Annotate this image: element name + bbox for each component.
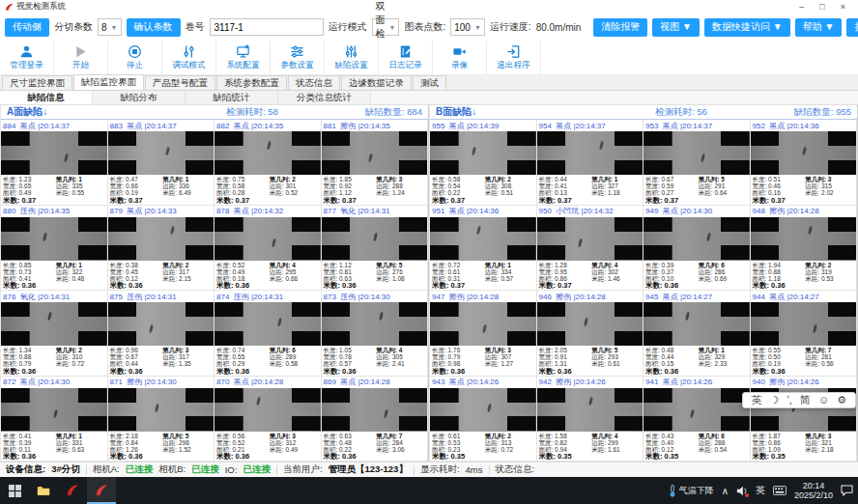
ime-punctuation-toggle[interactable]: ’, <box>786 393 792 407</box>
system-config-button[interactable]: 系统配置 <box>216 41 271 74</box>
tab-test[interactable]: 测试 <box>413 75 446 90</box>
defect-cell[interactable]: 873 压伤 |20:14:30 长度: 1.05 宽度: 0.78 面积: 0… <box>322 291 429 377</box>
debug-mode-button[interactable]: 调试模式 <box>162 41 216 74</box>
defect-cell[interactable]: 945 黑点 |20:14:27 长度: 0.48 宽度: 0.44 面积: 0… <box>644 291 751 377</box>
defect-cell[interactable]: 942 擦伤 |20:14:26 长度: 1.58 宽度: 0.82 面积: 0… <box>537 377 644 462</box>
subtab-defect-info[interactable]: 缺陷信息 <box>0 91 93 104</box>
param-settings-button[interactable]: 参数设置 <box>271 41 325 74</box>
defect-cell[interactable]: 946 擦伤 |20:14:28 长度: 2.05 宽度: 0.91 面积: 1… <box>537 291 644 377</box>
defect-cell[interactable]: 884 黑点 |20:14:37 长度: 1.23 宽度: 0.65 面积: 0… <box>1 120 108 206</box>
tab-system-params[interactable]: 系统参数配置 <box>216 75 287 90</box>
ime-settings-icon[interactable]: ⚙ <box>837 393 846 407</box>
defect-cell[interactable]: 949 黑点 |20:14:30 长度: 0.39 宽度: 0.37 面积: 0… <box>644 206 751 292</box>
minimize-button[interactable]: – <box>799 2 804 12</box>
ime-indicator[interactable]: 英 <box>756 484 765 497</box>
action-center-icon[interactable] <box>841 485 853 496</box>
defect-cell-header: 952 黑点 |20:14:36 <box>751 120 857 131</box>
ime-lang-toggle[interactable]: 英 <box>752 393 762 407</box>
tab-product-config[interactable]: 产品型号配置 <box>145 75 215 90</box>
defect-cell[interactable]: 954 黑点 |20:14:37 长度: 0.44 宽度: 0.41 面积: 0… <box>537 120 644 206</box>
subtab-class-stats[interactable]: 分类信息统计 <box>278 91 371 104</box>
taskbar-clock[interactable]: 20:14 2025/2/10 <box>794 481 833 500</box>
defect-cell[interactable]: 952 黑点 |20:14:36 长度: 0.51 宽度: 0.46 面积: 0… <box>751 120 858 206</box>
defect-cell[interactable]: 947 擦伤 |20:14:28 长度: 1.76 宽度: 0.79 面积: 0… <box>430 291 537 377</box>
defect-cell[interactable]: 955 黑点 |20:14:39 长度: 0.58 宽度: 0.54 面积: 0… <box>430 120 537 206</box>
defect-cell[interactable]: 941 黑点 |20:14:26 长度: 0.43 宽度: 0.40 面积: 0… <box>644 377 751 462</box>
defect-cell[interactable]: 876 氧化 |20:14:31 长度: 1.34 宽度: 0.88 面积: 0… <box>1 291 108 377</box>
ime-moon-icon[interactable]: ☽ <box>770 393 780 407</box>
subtab-defect-distribution[interactable]: 缺陷分布 <box>93 91 186 104</box>
defect-cell[interactable]: 875 压伤 |20:14:31 长度: 0.96 宽度: 0.67 面积: 0… <box>108 291 215 377</box>
defect-settings-button[interactable]: 缺陷设置 <box>325 41 379 74</box>
run-mode-select[interactable]: 双面检测▼ <box>372 18 400 36</box>
start-button[interactable]: 开始 <box>54 41 108 74</box>
tab-defect-monitor[interactable]: 缺陷监控界面 <box>73 74 144 90</box>
defect-column: 第几列: 2 <box>56 347 105 353</box>
defect-cell[interactable]: 940 擦伤 |20:14:26 长度: 1.87 宽度: 0.86 面积: 1… <box>751 377 858 462</box>
exit-program-button[interactable]: 退出程序 <box>487 41 541 74</box>
defect-cell[interactable]: 880 压伤 |20:14:35 长度: 0.85 宽度: 0.73 面积: 0… <box>1 206 108 292</box>
inspection-app-1-button[interactable] <box>58 477 87 504</box>
panel-a-title[interactable]: A面缺陷↓ <box>7 105 47 119</box>
defect-mdist: 米距: 0.61 <box>591 360 641 367</box>
defect-width: 宽度: 0.55 <box>216 353 270 360</box>
hidden-icons-button[interactable]: ∧ <box>722 486 729 496</box>
inspection-app-2-button[interactable] <box>87 477 116 504</box>
weather-widget[interactable]: 气温下降 <box>669 485 714 497</box>
defect-cell[interactable]: 953 黑点 |20:14:37 长度: 0.67 宽度: 0.59 面积: 0… <box>644 120 751 206</box>
defect-cell[interactable]: 874 压伤 |20:14:31 长度: 0.74 宽度: 0.55 面积: 0… <box>214 291 322 377</box>
touch-keyboard-icon[interactable] <box>773 486 786 495</box>
record-video-button[interactable]: 录像 <box>433 41 487 74</box>
defect-cell[interactable]: 872 黑点 |20:14:30 长度: 0.41 宽度: 0.39 面积: 0… <box>1 377 108 462</box>
defect-cell[interactable]: 877 氧化 |20:14:31 长度: 1.12 宽度: 0.81 面积: 0… <box>322 206 429 292</box>
slit-count-select[interactable]: 8▼ <box>98 18 122 36</box>
ime-emoji-icon[interactable]: ☺ <box>818 393 829 407</box>
defect-mark <box>53 409 58 418</box>
file-explorer-button[interactable] <box>29 477 58 504</box>
defect-cell[interactable]: 951 黑点 |20:14:36 长度: 0.72 宽度: 0.61 面积: 0… <box>430 206 537 292</box>
data-quick-access-button[interactable]: 数据快捷访问 ▼ <box>704 18 790 37</box>
drive-side-button[interactable]: 传动侧 <box>5 18 49 37</box>
tab-edge-data[interactable]: 边缘数据记录 <box>341 75 412 90</box>
defect-image <box>214 217 321 261</box>
start-menu-button[interactable] <box>0 477 29 504</box>
defect-cell[interactable]: 944 黑点 |20:14:27 长度: 0.55 宽度: 0.50 面积: 0… <box>751 291 858 377</box>
defect-cell[interactable]: 883 黑点 |20:14:37 长度: 0.47 宽度: 0.66 面积: 0… <box>108 120 215 206</box>
ime-simplified-toggle[interactable]: 简 <box>800 393 811 407</box>
defect-cell[interactable]: 882 黑点 |20:14:35 长度: 0.75 宽度: 0.58 面积: 0… <box>214 120 322 206</box>
defect-cell[interactable]: 870 黑点 |20:14:28 长度: 0.56 宽度: 0.52 面积: 0… <box>214 377 322 462</box>
defect-margin: 边距: 335 <box>56 182 105 189</box>
help-menu-button[interactable]: 帮助 ▼ <box>795 18 843 37</box>
maximize-button[interactable]: □ <box>819 2 824 12</box>
subtab-defect-stats[interactable]: 缺陷统计 <box>186 91 278 104</box>
defect-mdist: 米距: 0.53 <box>805 275 854 282</box>
chevron-down-icon: ▼ <box>389 24 396 31</box>
view-menu-button[interactable]: 视图 ▼ <box>652 18 700 37</box>
clear-alarm-button[interactable]: 清除报警 <box>593 18 647 37</box>
panel-b-title[interactable]: B面缺陷↓ <box>436 105 476 119</box>
close-button[interactable]: × <box>841 2 845 12</box>
roll-number-input[interactable] <box>210 18 324 36</box>
admin-login-button[interactable]: 管理登录 <box>0 41 54 74</box>
tab-size-monitor[interactable]: 尺寸监控界面 <box>2 75 72 90</box>
stop-button[interactable]: 停止 <box>108 41 162 74</box>
defect-column: 第几列: 7 <box>376 433 425 439</box>
volume-button[interactable] <box>736 486 748 496</box>
defect-cell[interactable]: 950 小凹坑 |20:14:32 长度: 1.28 宽度: 0.95 面积: … <box>537 206 644 292</box>
confirm-count-button[interactable]: 确认条数 <box>127 18 181 37</box>
defect-cell[interactable]: 871 擦伤 |20:14:30 长度: 2.18 宽度: 0.84 面积: 1… <box>108 377 215 462</box>
defect-column: 第几列: 2 <box>270 176 319 182</box>
defect-cell[interactable]: 869 黑点 |20:14:28 长度: 0.63 宽度: 0.48 面积: 0… <box>322 377 429 462</box>
defect-cell[interactable]: 879 黑点 |20:14:33 长度: 0.38 宽度: 0.45 面积: 0… <box>108 206 215 292</box>
defect-image <box>214 388 321 432</box>
defect-meter: 米数: 0.35 <box>432 453 485 460</box>
chart-points-select[interactable]: 100▼ <box>450 18 485 36</box>
io-status: 已连接 <box>243 463 271 476</box>
log-record-button[interactable]: 日志记录 <box>379 41 433 74</box>
defect-cell[interactable]: 943 黑点 |20:14:26 长度: 0.61 宽度: 0.53 面积: 0… <box>430 377 537 462</box>
operate-side-button[interactable]: 操作侧 <box>846 18 858 37</box>
defect-cell[interactable]: 881 擦伤 |20:14:35 长度: 1.85 宽度: 0.92 面积: 1… <box>322 120 429 206</box>
defect-cell[interactable]: 948 擦伤 |20:14:28 长度: 1.94 宽度: 0.88 面积: 1… <box>751 206 858 292</box>
tab-status-info[interactable]: 状态信息 <box>288 75 340 90</box>
defect-cell[interactable]: 878 黑点 |20:14:32 长度: 0.52 宽度: 0.49 面积: 0… <box>214 206 322 292</box>
